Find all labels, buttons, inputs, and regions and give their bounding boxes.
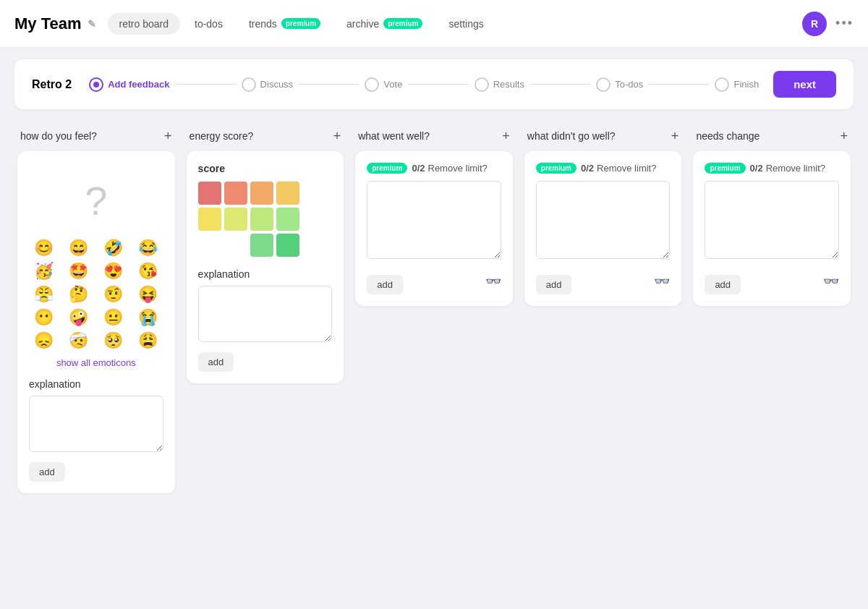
went-well-input[interactable] [367, 181, 501, 259]
emoji-item-19[interactable]: 😩 [133, 331, 163, 350]
emoji-item-16[interactable]: 😞 [29, 331, 59, 350]
step-vote[interactable]: Vote [365, 77, 402, 92]
needs-change-limit-text: 0/2 [750, 163, 763, 174]
score-cell-11[interactable] [276, 234, 299, 257]
didnt-go-well-remove-limit[interactable]: Remove limit? [597, 163, 656, 174]
emoji-item-10[interactable]: 🤨 [98, 285, 129, 304]
more-options-button[interactable]: ••• [835, 16, 854, 31]
score-cell-10[interactable] [250, 234, 273, 257]
needs-change-input[interactable] [705, 181, 839, 259]
didnt-go-well-input[interactable] [536, 181, 671, 259]
column-header-went-well: what went well? + [355, 121, 513, 151]
step-to-dos[interactable]: To-dos [596, 77, 643, 92]
emoji-item-17[interactable]: 🤕 [64, 331, 94, 350]
step-line-5 [649, 84, 709, 85]
step-discuss[interactable]: Discuss [242, 77, 294, 92]
column-didnt-go-well: what didn't go well? + premium 0/2 Remov… [519, 121, 688, 493]
nav-tab-settings[interactable]: settings [437, 13, 495, 35]
feel-card: ? 😊😄🤣😂🥳🤩😍😘😤🤔🤨😝😶🤪😐😭😞🤕🥺😩 show all emoticon… [17, 151, 175, 493]
steps-container: Add feedbackDiscussVoteResultsTo-dosFini… [89, 77, 759, 92]
step-add-feedback[interactable]: Add feedback [89, 77, 169, 92]
emoji-item-15[interactable]: 😭 [133, 308, 163, 327]
energy-add-button[interactable]: add [198, 352, 234, 372]
step-label-5: Finish [733, 79, 759, 90]
emoji-item-9[interactable]: 🤔 [64, 285, 94, 304]
step-circle-4 [596, 77, 610, 92]
step-line-4 [530, 84, 590, 85]
step-circle-0 [89, 77, 103, 92]
nav-tab-trends[interactable]: trendspremium [237, 13, 332, 35]
score-cell-4[interactable] [198, 208, 221, 231]
nav-tab-archive[interactable]: archivepremium [335, 13, 434, 35]
emoji-item-4[interactable]: 🥳 [29, 262, 59, 281]
emoji-item-0[interactable]: 😊 [29, 239, 59, 257]
nav-premium-badge-3: premium [383, 18, 422, 29]
emoji-item-7[interactable]: 😘 [133, 262, 163, 281]
emoji-item-1[interactable]: 😄 [64, 239, 94, 257]
feel-explanation-input[interactable] [29, 396, 163, 452]
went-well-limit-text: 0/2 [412, 163, 425, 174]
step-label-4: To-dos [615, 79, 643, 90]
column-header-feel: how do you feel? + [17, 121, 175, 151]
nav-tab-retro-board[interactable]: retro board [108, 13, 180, 35]
score-grid [198, 182, 333, 257]
emoji-item-12[interactable]: 😶 [29, 308, 59, 327]
needs-change-remove-limit[interactable]: Remove limit? [766, 163, 825, 174]
didnt-go-well-add-button[interactable]: add [536, 275, 572, 294]
column-energy-score: energy score? + score explanation add [181, 121, 350, 493]
score-cell-7[interactable] [276, 208, 299, 231]
score-cell-5[interactable] [224, 208, 247, 231]
energy-card: score explanation add [187, 151, 344, 383]
add-energy-button[interactable]: + [333, 129, 341, 142]
anon-icon-didnt-go-well[interactable]: 👓 [654, 273, 670, 289]
step-line-1 [175, 84, 235, 85]
didnt-go-well-card-bottom: add 👓 [536, 268, 671, 294]
step-circle-5 [715, 77, 729, 92]
needs-change-premium-badge: premium [705, 163, 745, 174]
nav-tab-to-dos[interactable]: to-dos [183, 13, 234, 35]
emoji-item-13[interactable]: 🤪 [64, 308, 94, 327]
next-button[interactable]: next [773, 71, 836, 98]
score-cell-3[interactable] [276, 182, 299, 205]
didnt-go-well-premium-header: premium 0/2 Remove limit? [536, 163, 671, 174]
add-needs-change-button[interactable]: + [840, 129, 848, 142]
needs-change-add-button[interactable]: add [705, 275, 741, 294]
step-label-0: Add feedback [108, 79, 169, 90]
energy-explanation-input[interactable] [198, 286, 333, 342]
column-how-do-you-feel: how do you feel? + ? 😊😄🤣😂🥳🤩😍😘😤🤔🤨😝😶🤪😐😭😞🤕🥺… [12, 121, 181, 493]
score-cell-1[interactable] [224, 182, 247, 205]
column-title-energy: energy score? [190, 130, 254, 142]
feel-explanation-label: explanation [29, 378, 163, 390]
emoji-item-5[interactable]: 🤩 [64, 262, 94, 281]
edit-team-icon[interactable]: ✎ [88, 18, 96, 30]
column-title-didnt-go-well: what didn't go well? [527, 130, 616, 142]
anon-icon-went-well[interactable]: 👓 [485, 273, 501, 289]
column-title-feel: how do you feel? [20, 130, 97, 142]
emoji-item-11[interactable]: 😝 [133, 285, 163, 304]
didnt-go-well-limit-text: 0/2 [581, 163, 594, 174]
step-results[interactable]: Results [475, 77, 524, 92]
went-well-add-button[interactable]: add [367, 275, 403, 294]
add-didnt-go-well-button[interactable]: + [671, 129, 679, 142]
anon-icon-needs-change[interactable]: 👓 [823, 273, 839, 289]
add-went-well-button[interactable]: + [502, 129, 510, 142]
retro-progress-bar: Retro 2 Add feedbackDiscussVoteResultsTo… [14, 59, 854, 109]
score-cell-0[interactable] [198, 182, 221, 205]
emoji-item-6[interactable]: 😍 [98, 262, 129, 281]
didnt-go-well-card: premium 0/2 Remove limit? add 👓 [524, 151, 682, 306]
emoji-item-8[interactable]: 😤 [29, 285, 59, 304]
emoji-item-3[interactable]: 😂 [133, 239, 163, 257]
avatar[interactable]: R [802, 12, 827, 36]
emoji-item-2[interactable]: 🤣 [98, 239, 129, 257]
show-all-emoticons-link[interactable]: show all emoticons [29, 357, 163, 368]
went-well-remove-limit[interactable]: Remove limit? [428, 163, 488, 174]
emoji-item-18[interactable]: 🥺 [98, 331, 129, 350]
add-feel-button[interactable]: + [164, 129, 172, 142]
emoji-item-14[interactable]: 😐 [98, 308, 129, 327]
energy-explanation-label: explanation [198, 268, 333, 280]
score-cell-2[interactable] [250, 182, 273, 205]
score-cell-6[interactable] [250, 208, 273, 231]
team-name-text: My Team [14, 14, 82, 33]
feel-add-button[interactable]: add [29, 462, 65, 482]
step-finish[interactable]: Finish [715, 77, 759, 92]
